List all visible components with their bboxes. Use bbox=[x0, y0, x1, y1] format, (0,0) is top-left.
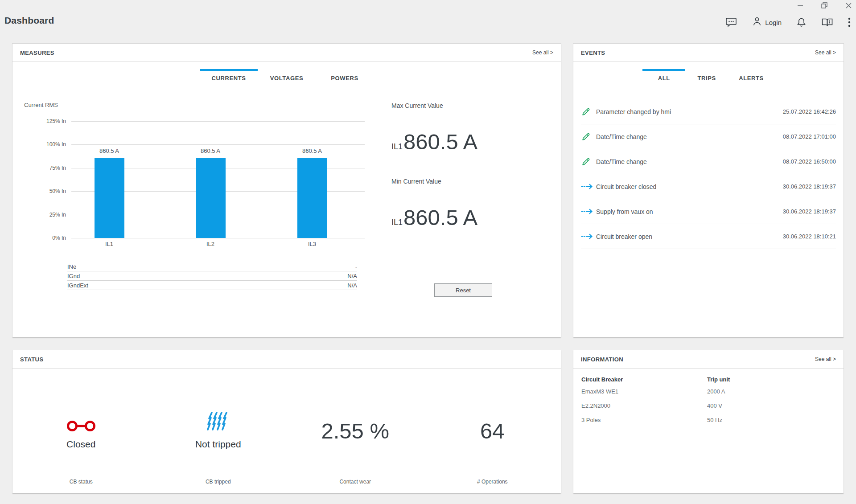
operations-label: # Operations bbox=[424, 479, 561, 485]
y-tick-label: 100% In bbox=[21, 141, 66, 148]
measures-see-all-link[interactable]: See all > bbox=[532, 49, 553, 56]
login-button[interactable]: Login bbox=[752, 16, 782, 29]
y-tick-label: 25% In bbox=[21, 212, 66, 218]
row-value: N/A bbox=[347, 273, 357, 279]
event-row[interactable]: Date/Time change 08.07.2022 17:01:00 bbox=[581, 124, 836, 149]
information-see-all-link[interactable]: See all > bbox=[815, 356, 836, 362]
cb-status-value: Closed bbox=[12, 439, 150, 450]
event-label: Circuit breaker closed bbox=[594, 183, 783, 190]
circuit-breaker-column: Circuit Breaker EmaxM3 WE1 E2.2N2000 3 P… bbox=[581, 376, 623, 431]
y-tick-label: 125% In bbox=[21, 118, 66, 124]
event-timestamp: 08.07.2022 16:50:00 bbox=[783, 158, 836, 165]
tab-voltages[interactable]: VOLTAGES bbox=[258, 69, 316, 84]
row-value: - bbox=[355, 263, 357, 270]
event-row[interactable]: Circuit breaker closed 30.06.2022 18:19:… bbox=[581, 174, 836, 199]
status-panel: STATUS Closed CB status bbox=[12, 350, 561, 493]
measures-title: MEASURES bbox=[20, 49, 54, 56]
information-panel: INFORMATION See all > Circuit Breaker Em… bbox=[573, 350, 844, 493]
y-tick-label: 75% In bbox=[21, 165, 66, 171]
measures-tabs: CURRENTS VOLTAGES POWERS bbox=[12, 69, 561, 84]
x-category-label: IL1 bbox=[82, 241, 136, 247]
x-category-label: IL3 bbox=[285, 241, 339, 247]
events-header: EVENTS See all > bbox=[573, 44, 844, 62]
info-value: 2000 A bbox=[707, 388, 730, 395]
min-current-label: Min Current Value bbox=[391, 178, 543, 185]
event-label: Date/Time change bbox=[594, 158, 783, 165]
top-toolbar: Login bbox=[725, 16, 851, 29]
user-icon bbox=[752, 16, 762, 29]
bar-value-label: 860.5 A bbox=[82, 148, 136, 154]
notifications-bell-icon[interactable] bbox=[796, 17, 807, 28]
contact-wear-value: 2.55 % bbox=[287, 418, 424, 443]
kebab-menu-icon[interactable] bbox=[848, 17, 851, 28]
gridline bbox=[71, 144, 365, 145]
cb-tripped-value: Not tripped bbox=[150, 439, 287, 450]
min-current-value: IL1860.5 A bbox=[391, 205, 543, 230]
events-tabs: ALL TRIPS ALERTS bbox=[573, 69, 844, 84]
trip-unit-column: Trip unit 2000 A 400 V 50 Hz bbox=[707, 376, 730, 431]
page-title: Dashboard bbox=[4, 15, 54, 26]
cb-status-label: CB status bbox=[12, 479, 150, 485]
manual-book-icon[interactable] bbox=[821, 17, 833, 28]
max-current-label: Max Current Value bbox=[391, 102, 543, 109]
event-label: Date/Time change bbox=[594, 133, 783, 140]
event-timestamp: 08.07.2022 17:01:00 bbox=[783, 133, 836, 140]
max-current-phase: IL1 bbox=[391, 142, 403, 151]
dashed-arrow-icon bbox=[581, 234, 594, 239]
event-label: Circuit breaker open bbox=[594, 233, 783, 240]
min-current-amount: 860.5 A bbox=[403, 205, 477, 229]
info-value: 50 Hz bbox=[707, 417, 730, 423]
tab-alerts[interactable]: ALERTS bbox=[728, 69, 774, 84]
events-title: EVENTS bbox=[581, 49, 605, 56]
minimize-button[interactable] bbox=[796, 2, 804, 9]
tab-powers[interactable]: POWERS bbox=[316, 69, 374, 84]
info-value: 400 V bbox=[707, 402, 730, 409]
info-value: 3 Poles bbox=[581, 417, 623, 423]
row-label: IGndExt bbox=[67, 282, 88, 289]
event-label: Parameter changed by hmi bbox=[594, 108, 783, 115]
event-timestamp: 30.06.2022 18:10:21 bbox=[783, 233, 836, 240]
max-current-amount: 860.5 A bbox=[403, 130, 477, 154]
row-label: IGnd bbox=[67, 273, 80, 279]
event-timestamp: 25.07.2022 16:42:26 bbox=[783, 108, 836, 115]
event-timestamp: 30.06.2022 18:19:37 bbox=[783, 183, 836, 190]
window-controls bbox=[796, 2, 852, 9]
trip-coils-icon bbox=[150, 410, 287, 433]
event-list: Parameter changed by hmi 25.07.2022 16:4… bbox=[573, 99, 844, 249]
status-body: Closed CB status Not tripped CB tripped bbox=[12, 369, 561, 493]
event-row[interactable]: Date/Time change 08.07.2022 16:50:00 bbox=[581, 149, 836, 174]
table-row: INe - bbox=[67, 262, 357, 271]
circuit-breaker-heading: Circuit Breaker bbox=[581, 376, 623, 383]
bar-il2 bbox=[196, 158, 226, 238]
max-current-value: IL1860.5 A bbox=[391, 129, 543, 154]
chart-title: Current RMS bbox=[24, 102, 58, 108]
operations-cell: 64 # Operations bbox=[424, 369, 561, 493]
info-value: EmaxM3 WE1 bbox=[581, 388, 623, 395]
info-value: E2.2N2000 bbox=[581, 402, 623, 409]
min-current-phase: IL1 bbox=[391, 218, 403, 227]
reset-button[interactable]: Reset bbox=[434, 283, 492, 297]
event-label: Supply from vaux on bbox=[594, 208, 783, 215]
bar-value-label: 860.5 A bbox=[184, 148, 237, 154]
events-see-all-link[interactable]: See all > bbox=[815, 49, 836, 56]
chat-icon[interactable] bbox=[725, 17, 737, 28]
bar-il1 bbox=[95, 158, 124, 238]
y-tick-label: 0% In bbox=[21, 235, 66, 241]
measures-panel: MEASURES See all > CURRENTS VOLTAGES POW… bbox=[12, 43, 561, 337]
event-row[interactable]: Supply from vaux on 30.06.2022 18:19:37 bbox=[581, 199, 836, 224]
close-icon[interactable] bbox=[844, 2, 852, 9]
gridline bbox=[71, 238, 365, 238]
pencil-icon bbox=[581, 132, 594, 142]
tab-trips[interactable]: TRIPS bbox=[685, 69, 728, 84]
table-row: IGndExt N/A bbox=[67, 281, 357, 290]
trip-unit-heading: Trip unit bbox=[707, 376, 730, 383]
event-row[interactable]: Circuit breaker open 30.06.2022 18:10:21 bbox=[581, 224, 836, 249]
restore-button[interactable] bbox=[820, 2, 828, 9]
cb-closed-icon bbox=[12, 410, 150, 433]
dashed-arrow-icon bbox=[581, 209, 594, 214]
pencil-icon bbox=[581, 107, 594, 117]
event-row[interactable]: Parameter changed by hmi 25.07.2022 16:4… bbox=[581, 99, 836, 124]
tab-all[interactable]: ALL bbox=[642, 69, 685, 84]
tab-currents[interactable]: CURRENTS bbox=[200, 69, 258, 84]
operations-value: 64 bbox=[424, 418, 561, 443]
